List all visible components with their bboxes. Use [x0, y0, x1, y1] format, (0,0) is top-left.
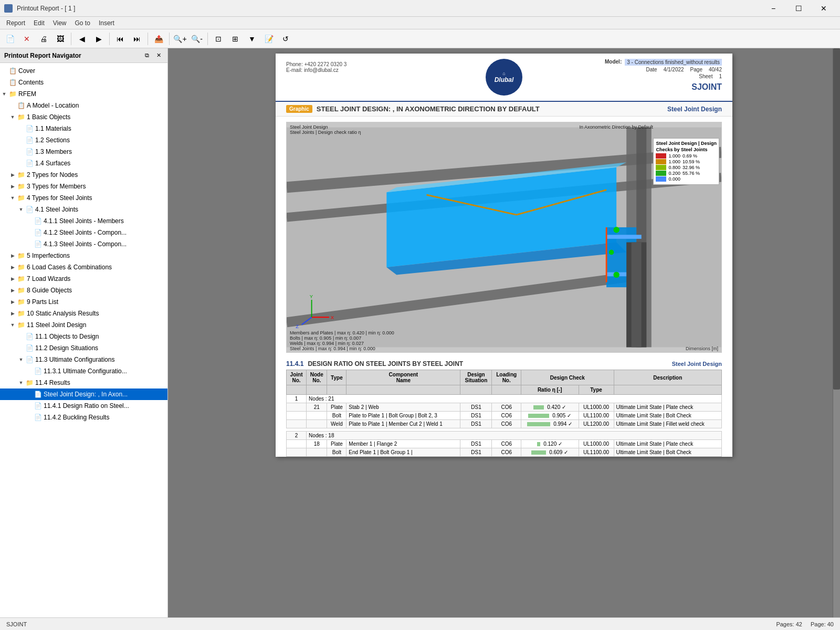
section-badge: Graphic	[286, 105, 312, 113]
expander-6: ▶	[8, 263, 17, 271]
tree-item-11-3-1[interactable]: 📄 11.3.1 Ultimate Configuratio...	[0, 365, 167, 377]
menu-view[interactable]: View	[49, 18, 71, 28]
tree-item-a-model[interactable]: 📋 A Model - Location	[0, 100, 167, 111]
label-3: 3 Types for Members	[27, 183, 86, 190]
icon-11-3: 📄	[25, 355, 34, 364]
legend: Steel Joint Design | Design Checks by St…	[653, 138, 719, 185]
tree-item-11-3[interactable]: ▼ 📄 11.3 Ultimate Configurations	[0, 354, 167, 365]
ratio-bar-120	[537, 442, 540, 446]
cell-desc-bolt: Ultimate Limit State | Bolt Check	[614, 412, 721, 420]
tree-item-7[interactable]: ▶ 📁 7 Load Wizards	[0, 273, 167, 285]
icon-9: 📁	[17, 298, 25, 306]
toolbar-export[interactable]: 📤	[151, 32, 166, 46]
scrollbar-track[interactable]	[833, 48, 840, 617]
tree-item-4[interactable]: ▼ 📁 4 Types for Steel Joints	[0, 192, 167, 204]
table-row: 21 Plate Stab 2 | Web DS1 CO6 0.420 ✓ UL…	[287, 403, 722, 412]
tree-item-contents[interactable]: 📋 Contents	[0, 77, 167, 88]
cell-comp-bolt2: End Plate 1 | Bolt Group 1 |	[346, 448, 460, 457]
icon-1-1: 📄	[25, 124, 34, 133]
icon-4: 📁	[17, 194, 25, 202]
tree-item-11-1[interactable]: 📄 11.1 Objects to Design	[0, 331, 167, 342]
page-label: Page	[690, 67, 702, 72]
toolbar-fit-page[interactable]: ⊡	[211, 32, 226, 46]
label-7: 7 Load Wizards	[27, 275, 70, 282]
tree-item-4-1[interactable]: ▼ 📄 4.1 Steel Joints	[0, 204, 167, 215]
toolbar-zoom-in[interactable]: 🔍+	[172, 32, 188, 46]
expander-11-4-1	[25, 402, 34, 410]
pages-label: Pages:	[776, 621, 794, 627]
expander-1-4	[17, 159, 25, 167]
toolbar-text-opts[interactable]: 📝	[261, 32, 277, 46]
nav-float-button[interactable]: ⧉	[142, 51, 152, 60]
tree-item-6[interactable]: ▶ 📁 6 Load Cases & Combinations	[0, 261, 167, 273]
menu-insert[interactable]: Insert	[94, 18, 119, 28]
toolbar-nav-back[interactable]: ◀	[74, 32, 90, 46]
tree-item-11-4-current[interactable]: 📄 Steel Joint Design: , In Axon...	[0, 388, 167, 400]
page-value: 40	[827, 621, 834, 627]
tree-item-1-4[interactable]: 📄 1.4 Surfaces	[0, 158, 167, 169]
toolbar-display-opts[interactable]: ▼	[244, 32, 260, 46]
toolbar-zoom-out[interactable]: 🔍-	[189, 32, 205, 46]
maximize-button[interactable]: ☐	[786, 1, 811, 16]
toolbar-nav-forward[interactable]: ▶	[91, 32, 107, 46]
content-scroll[interactable]: Phone: +420 2272 0320 3 E-mail: info@dlu…	[168, 48, 840, 617]
cell-nb	[307, 412, 327, 420]
toolbar-nav-last[interactable]: ⏭	[129, 32, 145, 46]
tree-item-11-2[interactable]: 📄 11.2 Design Situations	[0, 342, 167, 354]
tree-item-5[interactable]: ▶ 📁 5 Imperfections	[0, 250, 167, 261]
label-contents: Contents	[18, 79, 44, 86]
tree-item-cover[interactable]: 📋 Cover	[0, 65, 167, 77]
cell-ds-bolt: DS1	[460, 412, 492, 420]
tree-item-1-2[interactable]: 📄 1.2 Sections	[0, 134, 167, 146]
menu-report[interactable]: Report	[2, 18, 29, 28]
cell-n2b	[307, 448, 327, 457]
cell-desc-plate1: Ultimate Limit State | Plate check	[614, 403, 721, 412]
toolbar-new[interactable]: 📄	[2, 32, 18, 46]
toolbar-fit-width[interactable]: ⊞	[227, 32, 243, 46]
toolbar-refresh[interactable]: ↺	[278, 32, 293, 46]
menu-edit[interactable]: Edit	[29, 18, 49, 28]
tree-item-9[interactable]: ▶ 📁 9 Parts List	[0, 296, 167, 308]
menu-goto[interactable]: Go to	[71, 18, 94, 28]
page-value: 40/42	[709, 67, 722, 72]
expander-11-3: ▼	[17, 355, 25, 364]
tree-item-10[interactable]: ▶ 📁 10 Static Analysis Results	[0, 308, 167, 319]
svg-rect-15	[632, 243, 642, 348]
tree-item-4-1-1[interactable]: 📄 4.1.1 Steel Joints - Members	[0, 215, 167, 227]
toolbar-nav-first[interactable]: ⏮	[112, 32, 128, 46]
cell-desc-weld: Ultimate Limit State | Fillet weld check	[614, 420, 721, 428]
tree-item-3[interactable]: ▶ 📁 3 Types for Members	[0, 181, 167, 192]
label-11-4-1: 11.4.1 Design Ratio on Steel...	[44, 402, 129, 410]
expander-1-basic: ▼	[8, 113, 17, 121]
table-row: Weld Plate to Plate 1 | Member Cut 2 | W…	[287, 420, 722, 428]
tree-item-1-basic[interactable]: ▼ 📁 1 Basic Objects	[0, 111, 167, 123]
toolbar-print[interactable]: 🖨	[36, 32, 51, 46]
tree-item-4-1-3[interactable]: 📄 4.1.3 Steel Joints - Compon...	[0, 238, 167, 250]
navigator-tree[interactable]: 📋 Cover 📋 Contents ▼ 📁 RFEM 📋 A Model - …	[0, 63, 167, 617]
tree-item-11-4[interactable]: ▼ 📁 11.4 Results	[0, 377, 167, 388]
tree-item-1-1[interactable]: 📄 1.1 Materials	[0, 123, 167, 134]
toolbar-delete[interactable]: ✕	[19, 32, 35, 46]
tree-item-4-1-2[interactable]: 📄 4.1.2 Steel Joints - Compon...	[0, 227, 167, 238]
expander-2: ▶	[8, 171, 17, 179]
close-button[interactable]: ✕	[812, 1, 836, 16]
tree-item-rfem[interactable]: ▼ 📁 RFEM	[0, 88, 167, 100]
cell-joint1: 1	[287, 395, 307, 403]
expander-11-4-c	[25, 390, 34, 398]
label-11-4-2: 11.4.2 Buckling Results	[44, 414, 109, 421]
cell-type-bolt2: Bolt	[327, 448, 346, 457]
scrollbar-thumb[interactable]	[833, 48, 840, 390]
cell-n21: 21	[307, 403, 327, 412]
tree-item-11-4-1[interactable]: 📄 11.4.1 Design Ratio on Steel...	[0, 400, 167, 412]
toolbar-print-preview[interactable]: 🖼	[52, 32, 68, 46]
tree-item-11[interactable]: ▼ 📁 11 Steel Joint Design	[0, 319, 167, 331]
minimize-button[interactable]: −	[761, 1, 785, 16]
label-4-1-2: 4.1.2 Steel Joints - Compon...	[44, 229, 127, 236]
cell-ul1100-2: UL1100.00	[579, 448, 614, 457]
tree-item-1-3[interactable]: 📄 1.3 Members	[0, 146, 167, 158]
label-1-1: 1.1 Materials	[35, 125, 71, 132]
tree-item-11-4-2[interactable]: 📄 11.4.2 Buckling Results	[0, 412, 167, 423]
nav-close-button[interactable]: ✕	[154, 51, 163, 60]
tree-item-2[interactable]: ▶ 📁 2 Types for Nodes	[0, 169, 167, 181]
tree-item-8[interactable]: ▶ 📁 8 Guide Objects	[0, 285, 167, 296]
